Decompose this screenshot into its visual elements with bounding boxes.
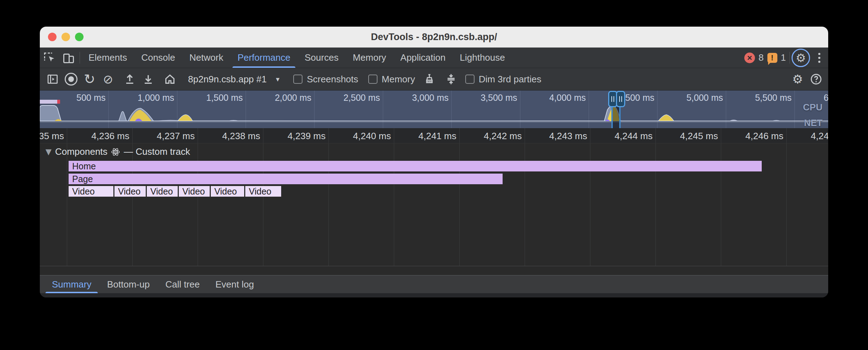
minimize-window-button[interactable] (61, 33, 70, 41)
flame-bar-page[interactable]: Page (69, 174, 503, 184)
memory-label: Memory (382, 74, 415, 85)
capture-settings-gear-icon[interactable]: ⚙ (788, 70, 807, 88)
toggle-sidebar-icon[interactable] (43, 70, 62, 88)
tab-call-tree[interactable]: Call tree (157, 275, 208, 293)
warning-count: 1 (781, 52, 786, 63)
net-lane-separator (40, 122, 828, 122)
track-gridline (67, 143, 67, 266)
ruler-tick-label: 4,247 ms (771, 131, 828, 142)
collapse-sections-icon[interactable] (442, 70, 460, 88)
tab-network[interactable]: Network (182, 48, 230, 68)
selection-left-line (611, 104, 613, 128)
flame-bar-home[interactable]: Home (69, 161, 762, 171)
warnings-icon: ! (767, 53, 777, 63)
traffic-lights (48, 27, 84, 47)
zoom-window-button[interactable] (75, 33, 84, 41)
cpu-lane-label: CPU (803, 102, 823, 113)
history-selected-value: 8p2n9n.csb.app #1 (188, 74, 267, 85)
collapse-triangle-icon[interactable]: ▼ (45, 147, 52, 156)
inspect-element-icon[interactable] (40, 48, 59, 68)
tab-application[interactable]: Application (393, 48, 452, 68)
track-subtitle: — Custom track (124, 146, 190, 157)
home-icon[interactable] (161, 70, 179, 88)
divider (80, 52, 80, 64)
tab-summary[interactable]: Summary (44, 275, 99, 293)
screenshots-checkbox[interactable]: Screenshots (288, 74, 363, 85)
checkbox-box (368, 75, 377, 84)
cpu-activity-chart (40, 91, 828, 128)
titlebar: DevTools - 8p2n9n.csb.app/ (40, 27, 828, 48)
issue-badges[interactable]: × 8 ! 1 (744, 48, 788, 68)
error-count: 8 (759, 52, 763, 63)
tab-sources[interactable]: Sources (298, 48, 345, 68)
selection-right-line (619, 104, 621, 128)
time-ruler: 4,235 ms4,236 ms4,237 ms4,238 ms4,239 ms… (40, 128, 828, 143)
checkbox-box (465, 75, 475, 84)
gear-icon: ⚙ (796, 51, 806, 65)
tab-elements[interactable]: Elements (81, 48, 134, 68)
window-bottom-edge (40, 293, 828, 297)
screen: DevTools - 8p2n9n.csb.app/ Elements Cons… (0, 0, 868, 350)
react-atom-icon (111, 147, 120, 157)
dim-3rd-parties-checkbox[interactable]: Dim 3rd parties (460, 74, 546, 85)
tab-bottom-up[interactable]: Bottom-up (99, 275, 157, 293)
tab-console[interactable]: Console (134, 48, 182, 68)
upload-profile-icon[interactable] (120, 70, 139, 88)
more-options-button[interactable] (810, 48, 828, 68)
checkbox-box (293, 75, 302, 84)
device-toolbar-icon[interactable] (59, 48, 78, 68)
performance-toolbar: ↻ ⊘ 8p2n9n.csb.app #1 ▾ Screenshots (40, 68, 828, 91)
flame-bar-video[interactable]: Video (211, 186, 245, 197)
tab-event-log[interactable]: Event log (208, 275, 262, 293)
selection-right-handle[interactable] (616, 91, 625, 107)
flame-bar-video[interactable]: Video (179, 186, 211, 197)
history-select[interactable]: 8p2n9n.csb.app #1 ▾ (182, 74, 285, 85)
download-profile-icon[interactable] (139, 70, 157, 88)
flame-bar-video[interactable]: Video (147, 186, 179, 197)
settings-button[interactable]: ⚙ (791, 48, 810, 68)
reload-and-record-button[interactable]: ↻ (80, 70, 99, 88)
tab-performance[interactable]: Performance (230, 48, 298, 68)
flame-bar-video[interactable]: Video (245, 186, 282, 197)
flame-bar-video-row: VideoVideoVideoVideoVideoVideo (69, 186, 282, 197)
flame-chart-area[interactable]: ▼ Components — Custom track Home Page Vi… (40, 143, 828, 275)
clear-button[interactable]: ⊘ (99, 70, 117, 88)
track-title: Components (55, 146, 107, 157)
chevron-down-icon: ▾ (276, 75, 279, 83)
track-gridline (786, 143, 787, 266)
errors-icon: × (744, 53, 755, 63)
flame-bar-video[interactable]: Video (69, 186, 114, 197)
screenshots-label: Screenshots (307, 74, 358, 85)
divider (789, 52, 790, 64)
dim-3rd-parties-label: Dim 3rd parties (479, 74, 541, 85)
net-lane-label: NET (804, 117, 823, 128)
selection-range (613, 105, 620, 128)
garbage-collect-icon[interactable] (420, 70, 439, 88)
flame-bar-video[interactable]: Video (114, 186, 147, 197)
settings-focus-ring: ⚙ (792, 49, 810, 67)
devtools-window: DevTools - 8p2n9n.csb.app/ Elements Cons… (40, 27, 828, 297)
help-icon[interactable] (807, 70, 825, 88)
memory-checkbox[interactable]: Memory (363, 74, 420, 85)
tab-memory[interactable]: Memory (345, 48, 393, 68)
track-header-components[interactable]: ▼ Components — Custom track (45, 146, 190, 157)
details-tabbar: Summary Bottom-up Call tree Event log (40, 275, 828, 293)
window-title: DevTools - 8p2n9n.csb.app/ (371, 32, 497, 43)
record-button[interactable] (62, 70, 80, 88)
track-bottom-rule (40, 266, 828, 266)
tab-lighthouse[interactable]: Lighthouse (453, 48, 512, 68)
close-window-button[interactable] (48, 33, 57, 41)
timeline-overview[interactable]: 500 ms1,000 ms1,500 ms2,000 ms2,500 ms3,… (40, 91, 828, 128)
devtools-tabbar: Elements Console Network Performance Sou… (40, 48, 828, 68)
